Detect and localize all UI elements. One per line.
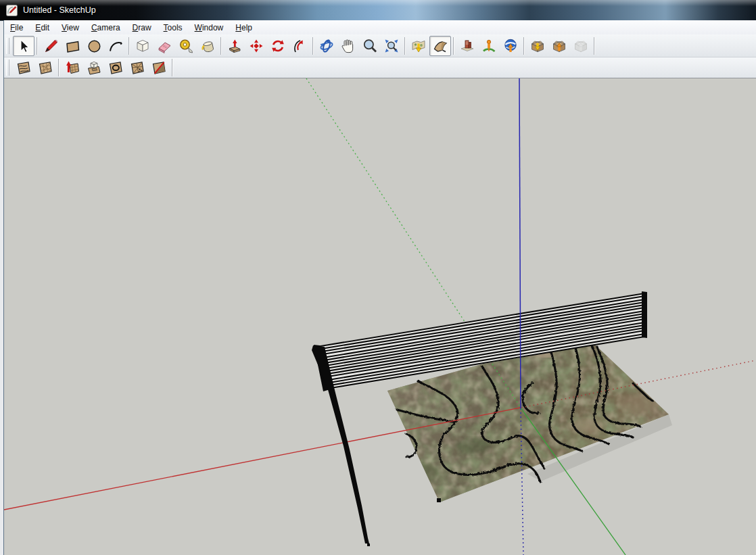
arc-tool-button[interactable] bbox=[105, 36, 126, 56]
rotate-tool-button[interactable] bbox=[267, 36, 289, 56]
cursor-arrow-icon bbox=[16, 38, 32, 54]
toolbar-separator bbox=[220, 37, 222, 55]
menu-tools[interactable]: Tools bbox=[158, 22, 189, 34]
terrain-corner-endpoint bbox=[437, 498, 441, 502]
paint-bucket-icon bbox=[199, 38, 216, 54]
terrain-grid-icon bbox=[37, 59, 53, 76]
add-location-button[interactable] bbox=[408, 36, 429, 56]
toolbar-drag-handle[interactable] bbox=[6, 38, 9, 54]
building-map-icon bbox=[459, 38, 475, 54]
globe-upload-icon bbox=[502, 38, 519, 54]
toolbar-separator bbox=[404, 37, 406, 55]
toggle-terrain-button[interactable] bbox=[429, 36, 451, 56]
toolbar-separator bbox=[128, 37, 130, 55]
terrain-contours-icon bbox=[16, 59, 32, 76]
stamp-button[interactable] bbox=[83, 57, 105, 78]
rectangle-tool-button[interactable] bbox=[62, 36, 83, 56]
eraser-tool-button[interactable]: SU bbox=[153, 36, 175, 56]
toolbar-separator bbox=[312, 37, 314, 55]
pencil-icon bbox=[43, 38, 59, 54]
menu-view[interactable]: View bbox=[55, 22, 85, 34]
offset-arrow-icon bbox=[291, 38, 308, 54]
warehouse-download-icon bbox=[529, 38, 546, 54]
pan-tool-button[interactable] bbox=[337, 36, 359, 56]
rectangle-icon bbox=[64, 38, 80, 54]
make-component-button[interactable] bbox=[132, 36, 153, 56]
modeling-viewport[interactable] bbox=[4, 78, 756, 555]
share-component-button bbox=[570, 36, 592, 56]
toolbar-separator bbox=[172, 59, 173, 76]
from-contours-button[interactable] bbox=[13, 57, 34, 78]
rotate-arrows-icon bbox=[270, 38, 286, 54]
paint-bucket-button[interactable] bbox=[197, 36, 218, 56]
drape-button[interactable] bbox=[105, 57, 126, 78]
building-maker-button[interactable] bbox=[478, 36, 500, 56]
menu-edit[interactable]: Edit bbox=[29, 22, 55, 34]
menu-camera[interactable]: Camera bbox=[85, 22, 126, 34]
eraser-icon: SU bbox=[156, 38, 172, 54]
component-box-icon bbox=[135, 38, 151, 54]
warehouse-upload-disabled-icon bbox=[573, 38, 589, 54]
menu-help[interactable]: Help bbox=[229, 22, 258, 34]
move-arrows-icon bbox=[248, 38, 264, 54]
menu-draw[interactable]: Draw bbox=[126, 22, 158, 34]
flip-edge-button[interactable] bbox=[148, 57, 170, 78]
terrain-flap-icon bbox=[432, 38, 448, 54]
preview-google-earth-button[interactable] bbox=[500, 36, 521, 56]
select-tool-button[interactable] bbox=[13, 36, 34, 56]
get-models-button[interactable] bbox=[527, 36, 548, 56]
push-pull-icon bbox=[227, 38, 243, 54]
add-detail-icon bbox=[129, 59, 145, 76]
zoom-extents-button[interactable] bbox=[381, 36, 402, 56]
hand-icon bbox=[340, 38, 356, 54]
stamp-box-icon bbox=[86, 59, 102, 76]
from-scratch-button[interactable] bbox=[34, 57, 56, 78]
viewport-canvas bbox=[4, 78, 756, 555]
toolbar-main: SU bbox=[4, 34, 756, 57]
tape-measure-icon bbox=[178, 38, 194, 54]
arc-icon bbox=[108, 38, 124, 54]
orbit-tool-button[interactable] bbox=[316, 36, 337, 56]
push-pull-button[interactable] bbox=[224, 36, 245, 56]
add-detail-button[interactable] bbox=[126, 57, 148, 78]
orange-figure-icon bbox=[481, 38, 497, 54]
orbit-icon bbox=[318, 38, 335, 54]
circle-tool-button[interactable] bbox=[83, 36, 105, 56]
map-download-icon bbox=[410, 38, 427, 54]
smoove-arrow-icon bbox=[64, 59, 80, 76]
magnifier-extents-icon bbox=[383, 38, 400, 54]
magnifier-icon bbox=[362, 38, 378, 54]
menu-file[interactable]: File bbox=[4, 22, 29, 34]
window-border-left bbox=[0, 20, 4, 555]
sketchup-logo-icon bbox=[6, 5, 18, 16]
contour-stack-right-cap bbox=[642, 291, 647, 338]
move-tool-button[interactable] bbox=[245, 36, 267, 56]
sketchup-window: Untitled - SketchUp File Edit View Camer… bbox=[0, 0, 756, 555]
toolbar-separator bbox=[523, 37, 525, 55]
toolbar-drag-handle[interactable] bbox=[6, 59, 9, 76]
window-title: Untitled - SketchUp bbox=[23, 5, 96, 15]
tape-measure-button[interactable] bbox=[175, 36, 197, 56]
toolbar-sandbox bbox=[4, 57, 756, 78]
menu-window[interactable]: Window bbox=[189, 22, 230, 34]
title-bar[interactable]: Untitled - SketchUp bbox=[0, 0, 756, 21]
circle-icon bbox=[86, 38, 102, 54]
offset-tool-button[interactable] bbox=[289, 36, 310, 56]
toolbar-separator bbox=[594, 37, 595, 55]
menu-bar: File Edit View Camera Draw Tools Window … bbox=[4, 20, 756, 35]
drape-ring-icon bbox=[108, 59, 124, 76]
line-tool-button[interactable] bbox=[40, 36, 62, 56]
zoom-tool-button[interactable] bbox=[359, 36, 381, 56]
warehouse-upload-icon bbox=[551, 38, 567, 54]
toolbar-separator bbox=[37, 37, 38, 55]
photo-textures-button[interactable] bbox=[456, 36, 478, 56]
toolbar-separator bbox=[453, 37, 454, 55]
share-model-button[interactable] bbox=[548, 36, 570, 56]
toolbar-separator bbox=[58, 59, 60, 76]
smoove-button[interactable] bbox=[62, 57, 83, 78]
flip-edge-icon bbox=[151, 59, 167, 76]
